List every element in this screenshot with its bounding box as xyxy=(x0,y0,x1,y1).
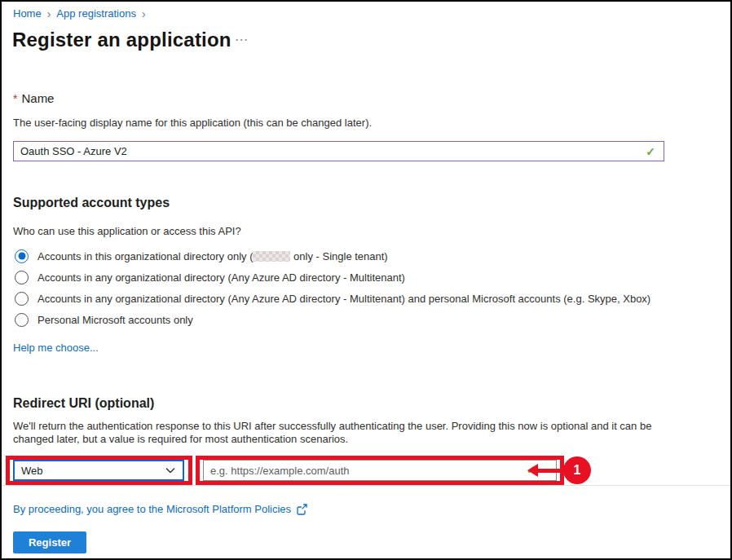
breadcrumb-app-registrations-link[interactable]: App registrations xyxy=(56,7,136,20)
redirect-uri-placeholder: e.g. https://example.com/auth xyxy=(210,465,350,477)
radio-option-multitenant[interactable]: Accounts in any organizational directory… xyxy=(15,267,650,288)
chevron-right-icon: › xyxy=(142,7,146,20)
radio-label: Accounts in this organizational director… xyxy=(37,250,388,262)
radio-option-personal-only[interactable]: Personal Microsoft accounts only xyxy=(15,309,650,330)
redacted-tenant-name xyxy=(253,251,290,262)
redirect-uri-description: We'll return the authentication response… xyxy=(13,420,665,446)
account-type-radio-group: Accounts in this organizational director… xyxy=(15,245,650,330)
more-options-button[interactable]: ··· xyxy=(236,34,249,46)
external-link-icon[interactable] xyxy=(296,504,308,515)
account-types-heading: Supported account types xyxy=(13,196,170,210)
chevron-down-icon xyxy=(165,467,175,474)
radio-unselected-icon[interactable] xyxy=(15,271,29,284)
breadcrumb-home-link[interactable]: Home xyxy=(13,7,42,20)
radio-unselected-icon[interactable] xyxy=(15,313,29,327)
help-me-choose-link[interactable]: Help me choose... xyxy=(13,342,99,354)
radio-unselected-icon[interactable] xyxy=(15,292,29,306)
chevron-right-icon: › xyxy=(47,7,51,20)
name-label-text: Name xyxy=(21,91,54,105)
radio-label: Accounts in any organizational directory… xyxy=(37,271,405,284)
valid-check-icon: ✓ xyxy=(646,145,655,158)
radio-option-multitenant-personal[interactable]: Accounts in any organizational directory… xyxy=(15,288,650,309)
app-name-input[interactable]: Oauth SSO - Azure V2 ✓ xyxy=(13,141,664,161)
redirect-uri-input[interactable]: e.g. https://example.com/auth xyxy=(203,460,557,481)
register-application-page: Home › App registrations › Register an a… xyxy=(0,0,732,560)
page-title: Register an application xyxy=(12,29,232,51)
breadcrumb: Home › App registrations › xyxy=(13,7,146,20)
cursor-check-icon: ✓ xyxy=(527,464,536,476)
platform-select-dropdown[interactable]: Web xyxy=(13,460,184,481)
name-field-description: The user-facing display name for this ap… xyxy=(13,117,372,129)
radio-selected-icon[interactable] xyxy=(15,249,29,263)
app-name-value: Oauth SSO - Azure V2 xyxy=(20,145,127,157)
redirect-uri-heading: Redirect URI (optional) xyxy=(13,396,154,411)
radio-option-single-tenant[interactable]: Accounts in this organizational director… xyxy=(15,245,650,267)
policies-row: By proceeding, you agree to the Microsof… xyxy=(13,503,308,515)
radio-label: Accounts in any organizational directory… xyxy=(37,293,650,305)
annotation-step-badge: 1 xyxy=(563,456,591,484)
platform-policies-link[interactable]: By proceeding, you agree to the Microsof… xyxy=(13,503,291,515)
account-types-question: Who can use this application or access t… xyxy=(13,225,241,237)
radio-label: Personal Microsoft accounts only xyxy=(37,314,193,326)
required-asterisk: * xyxy=(13,92,17,105)
name-field-label: *Name xyxy=(13,91,54,105)
platform-select-value: Web xyxy=(21,465,43,477)
register-button[interactable]: Register xyxy=(13,531,86,553)
section-divider xyxy=(2,485,730,486)
